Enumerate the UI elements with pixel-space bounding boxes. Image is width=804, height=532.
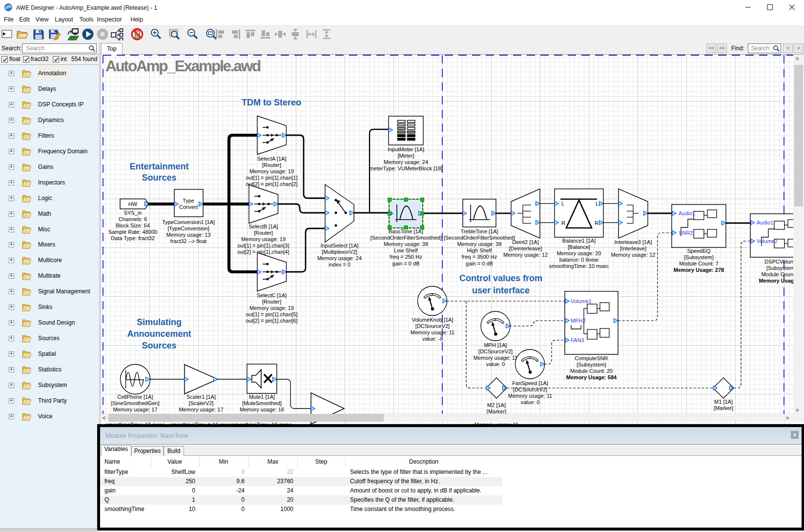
svg-text:out[1] = pin[1].chan[1]: out[1] = pin[1].chan[1] [246, 175, 297, 181]
svg-text:Memory Usage: 584: Memory Usage: 584 [566, 374, 617, 380]
svg-text:Memory usage: 11: Memory usage: 11 [474, 355, 517, 361]
svg-text:[DCSourceV2]: [DCSourceV2] [478, 348, 513, 354]
svg-text:M1 [1A]: M1 [1A] [714, 399, 733, 405]
svg-text:Balance1 [1A]: Balance1 [1A] [562, 238, 596, 244]
svg-text:[Router]: [Router] [262, 162, 281, 168]
svg-text:Volume2: Volume2 [757, 238, 778, 244]
svg-text:DSPCVolume: DSPCVolume [764, 259, 793, 265]
svg-text:InputMeter [1A]: InputMeter [1A] [388, 146, 424, 152]
svg-text:freq = 3500 Hz: freq = 3500 Hz [462, 254, 497, 260]
svg-text:HW: HW [128, 201, 138, 207]
svg-text:balance: 0 linear: balance: 0 linear [559, 257, 599, 263]
svg-text:Control values from: Control values from [459, 273, 542, 283]
svg-text:user interface: user interface [472, 286, 530, 295]
svg-text:Sample Rate: 48000: Sample Rate: 48000 [108, 229, 157, 235]
svg-text:Memory usage: 16: Memory usage: 16 [240, 407, 284, 412]
svg-text:InputSelect [1A]: InputSelect [1A] [321, 243, 359, 248]
svg-text:Sources: Sources [142, 173, 176, 183]
svg-text:[Subsystem]: [Subsystem] [684, 254, 714, 260]
svg-text:gain = 0 dB: gain = 0 dB [466, 261, 493, 266]
svg-text:out[1] = pin[1].chan[5]: out[1] = pin[1].chan[5] [246, 311, 297, 317]
svg-text:Module Count: 20: Module Count: 20 [570, 368, 613, 374]
svg-text:Data Type: fract32: Data Type: fract32 [111, 235, 155, 241]
svg-text:Module Count: 7: Module Count: 7 [679, 261, 719, 266]
svg-text:Simulating: Simulating [137, 317, 182, 327]
svg-text:value: 0: value: 0 [486, 361, 505, 367]
svg-text:CellPhone [1A]: CellPhone [1A] [117, 394, 153, 400]
svg-text:value: 0: value: 0 [521, 399, 540, 405]
svg-text:smoothingTime: 10 msec: smoothingTime: 10 msec [549, 263, 609, 269]
svg-text:Memory usage: 20: Memory usage: 20 [557, 250, 601, 256]
svg-text:Deint2 [1A]: Deint2 [1A] [512, 239, 538, 245]
svg-text:freq = 250 Hz: freq = 250 Hz [390, 254, 422, 260]
svg-text:MPH2: MPH2 [571, 318, 586, 324]
svg-text:Audio1: Audio1 [679, 210, 695, 216]
svg-text:SelectC [1A]: SelectC [1A] [257, 292, 287, 298]
svg-text:High Shelf: High Shelf [467, 247, 493, 253]
svg-text:[ScalerV2]: [ScalerV2] [189, 400, 214, 406]
svg-text:Block Size: 64: Block Size: 64 [116, 223, 150, 228]
svg-text:Low Shelf: Low Shelf [394, 247, 418, 253]
svg-text:Volume1: Volume1 [571, 298, 592, 304]
svg-text:SNR2: SNR2 [679, 230, 693, 236]
svg-text:TypeConversion1 [1A]: TypeConversion1 [1A] [162, 219, 215, 225]
svg-text:R: R [561, 220, 565, 226]
svg-text:Scaler1 [1A]: Scaler1 [1A] [186, 394, 216, 400]
svg-text:Memory usage: 19: Memory usage: 19 [249, 305, 294, 311]
svg-text:Announcement: Announcement [127, 329, 191, 339]
svg-text:Memory usage: 17: Memory usage: 17 [179, 407, 223, 412]
svg-text:ComputeSNR: ComputeSNR [575, 355, 608, 361]
svg-text:SelectB [1A]: SelectB [1A] [248, 224, 278, 229]
svg-text:Type: Type [183, 198, 194, 204]
svg-text:[MultiplexorV2]: [MultiplexorV2] [322, 249, 357, 255]
svg-text:M2 [1A]: M2 [1A] [487, 402, 506, 408]
svg-text:Channels: 6: Channels: 6 [119, 216, 147, 222]
svg-text:Memory usage: 19: Memory usage: 19 [249, 168, 294, 174]
svg-text:L: L [561, 201, 564, 206]
svg-text:[TypeConversion]: [TypeConversion] [167, 225, 209, 231]
svg-text:SpeedEQ: SpeedEQ [687, 248, 711, 254]
svg-text:Memory usage: 24: Memory usage: 24 [317, 255, 362, 261]
svg-text:Convert: Convert [179, 204, 198, 210]
svg-text:[Balance]: [Balance] [568, 244, 590, 250]
svg-text:Memory usage: 19: Memory usage: 19 [241, 236, 286, 242]
svg-text:[Interleave]: [Interleave] [620, 246, 646, 251]
svg-text:gain = 0 dB: gain = 0 dB [392, 261, 420, 266]
svg-text:Memory usage: 11: Memory usage: 11 [508, 393, 552, 399]
svg-text:SYS_in: SYS_in [124, 210, 142, 216]
svg-text:Memory Usage: 9: Memory Usage: 9 [759, 278, 793, 284]
svg-text:Sources: Sources [142, 341, 176, 350]
svg-text:VolumeKnob [1A]: VolumeKnob [1A] [412, 317, 453, 323]
svg-text:Memory usage: 12: Memory usage: 12 [611, 252, 655, 258]
svg-text:[SecondOrderFilterSmoothed]: [SecondOrderFilterSmoothed] [370, 235, 441, 241]
svg-text:out[1] = pin[1].chan[3]: out[1] = pin[1].chan[3] [237, 243, 289, 248]
svg-text:Memory usage: 17: Memory usage: 17 [113, 407, 157, 412]
svg-text:Memory usage: 13: Memory usage: 13 [166, 232, 210, 238]
svg-text:Audio1: Audio1 [757, 220, 773, 225]
svg-text:AutoAmp_Example.awd: AutoAmp_Example.awd [105, 57, 261, 75]
svg-text:[MuteSmoothed]: [MuteSmoothed] [242, 400, 282, 406]
svg-text:[Meter]: [Meter] [397, 153, 414, 159]
svg-text:Memory usage: 38: Memory usage: 38 [457, 241, 501, 247]
svg-text:TrebleTone [1A]: TrebleTone [1A] [460, 228, 498, 234]
svg-text:fract32 --> float: fract32 --> float [170, 238, 206, 244]
svg-text:FAN3: FAN3 [571, 337, 584, 343]
svg-text:MPH [1A]: MPH [1A] [484, 342, 507, 348]
svg-text:Memory usage: 24: Memory usage: 24 [384, 159, 428, 165]
svg-text:[Router]: [Router] [254, 230, 273, 236]
svg-text:Memory Usage: 278: Memory Usage: 278 [674, 267, 724, 273]
svg-text:Entertainment: Entertainment [129, 162, 188, 171]
svg-text:value: -9: value: -9 [422, 336, 443, 342]
svg-text:[SecondOrderFilterSmoothed]: [SecondOrderFilterSmoothed] [444, 235, 515, 241]
svg-text:BassTone [1A]: BassTone [1A] [389, 228, 423, 234]
svg-text:[SineSmoothedGen]: [SineSmoothedGen] [111, 400, 159, 406]
svg-text:Interleave3 [1A]: Interleave3 [1A] [614, 239, 652, 245]
svg-text:out[2] = pin[1].chan[6]: out[2] = pin[1].chan[6] [246, 318, 297, 324]
svg-text:Memory usage: 38: Memory usage: 38 [384, 241, 428, 247]
svg-text:Memory usage: 11: Memory usage: 11 [411, 329, 454, 335]
svg-text:Memory usage: 12: Memory usage: 12 [503, 252, 548, 258]
svg-text:SelectA [1A]: SelectA [1A] [257, 156, 287, 162]
svg-text:Mute1 [1A]: Mute1 [1A] [249, 394, 275, 400]
svg-text:Module Count: 5: Module Count: 5 [762, 271, 793, 277]
svg-text:[DCSourceV2]: [DCSourceV2] [513, 387, 547, 392]
